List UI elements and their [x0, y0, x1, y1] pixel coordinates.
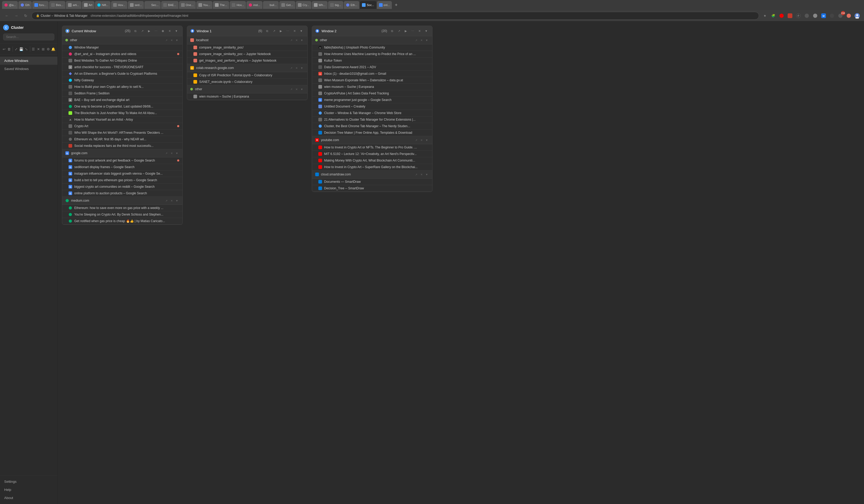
tab-item[interactable]: BAE...	[161, 1, 178, 9]
tab-row[interactable]: Decision_Tree -- SmartDraw	[312, 185, 432, 192]
group-header-youtube[interactable]: youtube.com ↗ ✕ ▼	[312, 136, 432, 144]
w2-suspend-btn[interactable]: ▶	[403, 28, 409, 34]
group-collapse-btn[interactable]: ▼	[424, 172, 429, 177]
group-collapse-btn[interactable]: ▼	[299, 65, 304, 70]
window-cursor-btn[interactable]: ⊕	[160, 28, 166, 34]
ext-icon-6[interactable]: M	[820, 12, 827, 20]
group-collapse-btn[interactable]: ▼	[424, 138, 429, 143]
sidebar-item-saved-windows[interactable]: Saved Windows	[0, 65, 58, 73]
tab-item[interactable]: Cry...	[296, 1, 311, 9]
group-header-other-w1[interactable]: other ↗ ✕ ▼	[187, 85, 307, 93]
tab-row[interactable]: @art_and_ai – Instagram photos and video…	[62, 51, 182, 58]
undo-button[interactable]: ↩	[2, 45, 6, 53]
tab-row[interactable]: Crypto Art	[62, 123, 182, 130]
layout-expand-button[interactable]: ⤢	[14, 45, 18, 53]
group-close-btn[interactable]: ✕	[294, 38, 299, 42]
w1-close-btn[interactable]: ✕	[291, 28, 297, 34]
tab-item[interactable]: onl...	[377, 1, 392, 9]
tab-row[interactable]: The Blockchain Is Just Another Way To Ma…	[62, 110, 182, 116]
tab-row[interactable]: Social media replaces fairs as the third…	[62, 143, 182, 149]
tab-row[interactable]: B BAE – Buy sell and exchange digital ar…	[62, 97, 182, 103]
account-icon[interactable]	[853, 12, 861, 20]
window-open-btn[interactable]: ↗	[139, 28, 145, 34]
tab-item[interactable]: foru...	[32, 1, 49, 9]
delete-button[interactable]: 🗑	[7, 45, 11, 53]
tab-row[interactable]: G forums to post artwork and get feedbac…	[62, 157, 182, 164]
tab-row[interactable]: Art on Ethereum: a Beginner's Guide to C…	[62, 71, 182, 77]
tab-row[interactable]: Cluster – Window & Tab Manager – Chrome …	[312, 110, 432, 116]
tab-row[interactable]: wien museum – Suche | Europeana	[312, 84, 432, 90]
tab-row[interactable]: MIT 6.S192 – Lecture 12: 'AI+Creativity,…	[312, 151, 432, 157]
tab-item[interactable]: One...	[179, 1, 196, 9]
group-header-google[interactable]: G google.com ↗ ✕ ▼	[62, 149, 182, 157]
tab-row[interactable]: How Artnome Uses Machine Learning to Pre…	[312, 51, 432, 58]
tab-item[interactable]: Hov...	[111, 1, 127, 9]
group-header-medium[interactable]: medium.com ↗ ✕ ▼	[62, 197, 182, 205]
sidebar-item-about[interactable]: About	[0, 494, 58, 502]
tab-row[interactable]: Get notified when gas price is cheap 🔥👍 …	[62, 218, 182, 224]
tab-item[interactable]: big...	[328, 1, 343, 9]
tab-row[interactable]: G meme programmer just google – Google S…	[312, 97, 432, 103]
w1-suspend-btn[interactable]: ▶	[278, 28, 284, 34]
group-collapse-btn[interactable]: ▼	[175, 38, 179, 42]
group-close-btn[interactable]: ✕	[169, 151, 174, 156]
fullscreen-button[interactable]: ⤡	[24, 45, 28, 53]
group-open-btn[interactable]: ↗	[164, 198, 169, 203]
tab-item-active[interactable]: Soc...	[360, 1, 376, 9]
tab-row[interactable]: Kultur-Token	[312, 58, 432, 64]
tab-row[interactable]: Who Will Shape the Art World?: ARTnews P…	[62, 130, 182, 136]
group-close-btn[interactable]: ✕	[169, 198, 174, 203]
tab-row[interactable]: G build a bot to tell you ethereum gas p…	[62, 177, 182, 184]
group-open-btn[interactable]: ↗	[414, 38, 419, 42]
tab-row[interactable]: G online platform to auction products – …	[62, 190, 182, 197]
tab-row[interactable]: How to Build your own Crypto art allery …	[62, 84, 182, 90]
tab-item[interactable]: Get...	[279, 1, 295, 9]
grid-button[interactable]: ⊞	[41, 45, 45, 53]
address-input-wrapper[interactable]: 🔒 Cluster – Window & Tab Manager chrome-…	[32, 12, 759, 20]
group-collapse-btn[interactable]: ▼	[299, 87, 304, 91]
group-collapse-btn[interactable]: ▼	[175, 198, 179, 203]
tab-item[interactable]: Wh...	[312, 1, 327, 9]
search-input[interactable]	[3, 34, 54, 40]
ext-icon-4[interactable]	[803, 12, 811, 20]
tab-row[interactable]: Cluster, the Best Chrome Tab Manager – T…	[312, 123, 432, 130]
tab-row[interactable]: Ethereum vs. NEAR: first 95 days - why N…	[62, 136, 182, 143]
group-header-other-w2[interactable]: other ↗ ✕ ▼	[312, 36, 432, 44]
group-close-btn[interactable]: ✕	[294, 87, 299, 91]
window-collapse-btn[interactable]: ▼	[173, 28, 179, 34]
tab-row[interactable]: wien museum – Suche | Europeana	[187, 93, 307, 100]
tab-row[interactable]: Nifty Gateway	[62, 77, 182, 84]
tab-item[interactable]: Bes...	[49, 1, 65, 9]
tab-row[interactable]: One way to become a Cryptoartist. Last u…	[62, 103, 182, 110]
tab-row[interactable]: G biggest crypto art communities on redd…	[62, 184, 182, 190]
close-button[interactable]: ✕	[36, 45, 40, 53]
group-collapse-btn[interactable]: ▼	[175, 151, 179, 156]
w2-copy-btn[interactable]: ⧉	[389, 28, 395, 34]
back-button[interactable]: ←	[3, 12, 11, 20]
tab-item[interactable]: arti...	[66, 1, 81, 9]
tab-row[interactable]: How to Invest in Crypto Art – SuperRare …	[312, 164, 432, 170]
tab-row[interactable]: 21 Alternatives to Cluster Tab Manager f…	[312, 116, 432, 123]
tab-item[interactable]: Nift...	[95, 1, 111, 9]
w2-close-btn[interactable]: ✕	[417, 28, 422, 34]
window-close-btn[interactable]: ✕	[167, 28, 172, 34]
group-open-btn[interactable]: ↗	[414, 138, 419, 143]
group-header-smartdraw[interactable]: cloud.smartdraw.com ↗ ✕ ▼	[312, 170, 432, 179]
w2-open-btn[interactable]: ↗	[396, 28, 402, 34]
save-session-button[interactable]: 💾	[19, 45, 23, 53]
group-close-btn[interactable]: ✕	[419, 38, 424, 42]
tab-row[interactable]: Data Governance Award 2021 – ADV	[312, 64, 432, 71]
w1-open-btn[interactable]: ↗	[271, 28, 277, 34]
w2-more-btn[interactable]: ⋯	[410, 28, 416, 34]
tab-item[interactable]: The...	[213, 1, 229, 9]
tab-row[interactable]: M Inbox (1) - deudan1010@gmail.com – Gma…	[312, 71, 432, 77]
tab-row[interactable]: A How to Market Yourself as an Artist - …	[62, 116, 182, 123]
menu-button[interactable]: ☰	[32, 45, 35, 53]
tab-row[interactable]: G instagram influencer stats biggest gro…	[62, 170, 182, 177]
group-open-btn[interactable]: ↗	[414, 172, 419, 177]
group-open-btn[interactable]: ↗	[164, 38, 169, 42]
tab-item[interactable]: Art	[82, 1, 95, 9]
settings-button-toolbar[interactable]: ⚙	[46, 45, 50, 53]
tab-row[interactable]: Making Money With Crypto Art, What Block…	[312, 157, 432, 164]
sidebar-item-settings[interactable]: Settings	[0, 478, 58, 485]
